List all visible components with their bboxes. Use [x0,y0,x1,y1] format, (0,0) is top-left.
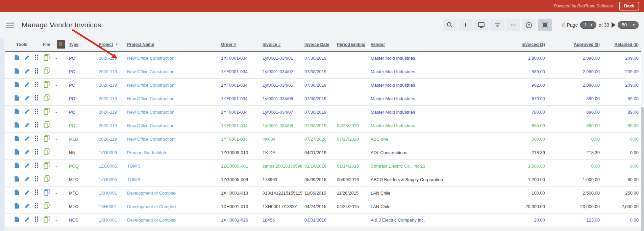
menu-icon[interactable] [6,23,14,28]
add-button[interactable] [459,19,473,31]
project-link[interactable]: 1ZG0005 [99,164,117,169]
document-icon[interactable] [14,216,19,223]
grid-icon[interactable] [35,203,39,210]
page-size-select[interactable]: 50▼ [618,21,639,29]
grid-icon[interactable] [35,109,39,115]
copy-icon[interactable] [44,202,50,210]
copy-icon[interactable] [44,216,50,224]
edit-icon[interactable] [24,68,30,75]
column-header-project[interactable]: Project▼ [97,38,126,51]
copy-icon[interactable] [44,121,50,129]
copy-icon[interactable] [44,108,50,116]
project-link[interactable]: 2020-119 [99,83,117,88]
project-link[interactable]: 2020-119 [99,137,117,142]
edit-icon[interactable] [24,190,30,196]
grid-icon[interactable] [35,190,39,196]
project-name-link[interactable]: New Office Construction [127,56,174,61]
more-button[interactable] [506,19,520,31]
grid-icon[interactable] [35,216,39,223]
edit-icon[interactable] [24,149,30,156]
grid-icon[interactable] [35,68,39,75]
grid-icon[interactable] [35,163,39,169]
column-header-invoiced[interactable]: Invoiced ($) [490,38,548,51]
edit-icon[interactable] [24,122,30,129]
column-header-idate[interactable]: Invoice Date [303,38,336,51]
grid-icon[interactable] [35,136,39,142]
grid-icon[interactable] [35,176,39,183]
column-header-period[interactable]: Period Ending [336,38,369,51]
search-button[interactable] [443,19,457,31]
grid-icon[interactable] [35,122,39,129]
project-name-link[interactable]: TOM'S [127,164,141,169]
project-link[interactable]: 2020-119 [99,69,117,74]
edit-icon[interactable] [24,55,30,61]
page-select[interactable]: 1▼ [580,21,596,29]
column-header-inv[interactable]: Invoice # [261,38,303,51]
display-button[interactable] [474,19,489,31]
project-name-link[interactable]: New Office Construction [127,69,174,74]
project-link[interactable]: 1XH0001 [99,204,117,209]
project-name-link[interactable]: TOM'S [127,177,141,182]
column-header-order[interactable]: Order # [220,38,261,51]
document-icon[interactable] [14,149,19,156]
project-name-link[interactable]: New Office Construction [127,83,174,88]
project-name-link[interactable]: New Office Construction [127,96,174,101]
edit-icon[interactable] [24,136,30,142]
project-name-link[interactable]: Development of Complex [127,218,176,223]
copy-icon[interactable] [44,175,50,183]
document-icon[interactable] [14,122,19,129]
copy-icon[interactable] [44,189,50,197]
edit-icon[interactable] [24,95,30,102]
project-link[interactable]: 1ZG0005 [99,177,117,182]
project-link[interactable]: 1ZG0009 [99,150,117,155]
document-icon[interactable] [14,68,19,75]
project-link[interactable]: 2020-119 [99,96,117,101]
edit-icon[interactable] [24,216,30,223]
copy-icon[interactable] [44,148,50,156]
project-name-link[interactable]: New Office Construction [127,137,174,142]
grid-icon[interactable] [35,55,39,61]
copy-icon[interactable] [44,67,50,76]
copy-icon[interactable] [44,135,50,143]
next-page-icon[interactable] [612,22,615,28]
copy-icon[interactable] [44,81,50,89]
project-name-link[interactable]: Promart Sur Institute [127,150,167,155]
compress-button[interactable] [538,19,552,31]
document-icon[interactable] [14,136,19,142]
document-icon[interactable] [14,176,19,183]
document-icon[interactable] [14,203,19,210]
document-icon[interactable] [14,95,19,102]
back-button[interactable]: Back [619,2,639,10]
document-icon[interactable] [14,109,19,115]
project-link[interactable]: 1XH0001 [99,218,117,223]
edit-icon[interactable] [24,82,30,88]
project-name-link[interactable]: New Office Construction [127,110,174,115]
document-icon[interactable] [14,163,19,169]
grid-icon[interactable] [35,95,39,102]
filter-button[interactable] [490,19,504,31]
edit-icon[interactable] [24,109,30,115]
column-header-retained[interactable]: Retained ($) [602,38,641,51]
column-header-vendor[interactable]: Vendor [369,38,490,51]
edit-icon[interactable] [24,176,30,183]
project-link[interactable]: 2020-119 [99,110,117,115]
copy-icon[interactable] [44,162,50,170]
scrollbar-thumb[interactable] [641,107,644,231]
column-header-pname[interactable]: Project Name [126,38,220,51]
project-name-link[interactable]: Development of Complex [127,191,176,196]
project-link[interactable]: 2020-119 [99,123,117,128]
document-icon[interactable] [14,190,19,196]
edit-icon[interactable] [24,163,30,169]
project-link[interactable]: 2020-119 [99,56,117,61]
document-icon[interactable] [14,82,19,88]
prev-page-icon[interactable] [561,22,565,28]
edit-icon[interactable] [24,203,30,210]
project-name-link[interactable]: New Office Construction [127,123,174,128]
copy-icon[interactable] [44,54,50,62]
project-name-link[interactable]: Development of Complex [127,204,176,209]
column-header-approved[interactable]: Approved ($) [548,38,602,51]
grid-icon[interactable] [35,149,39,156]
help-button[interactable]: ? [522,19,536,31]
column-header-type[interactable]: Type [68,38,97,51]
copy-icon[interactable] [44,94,50,103]
